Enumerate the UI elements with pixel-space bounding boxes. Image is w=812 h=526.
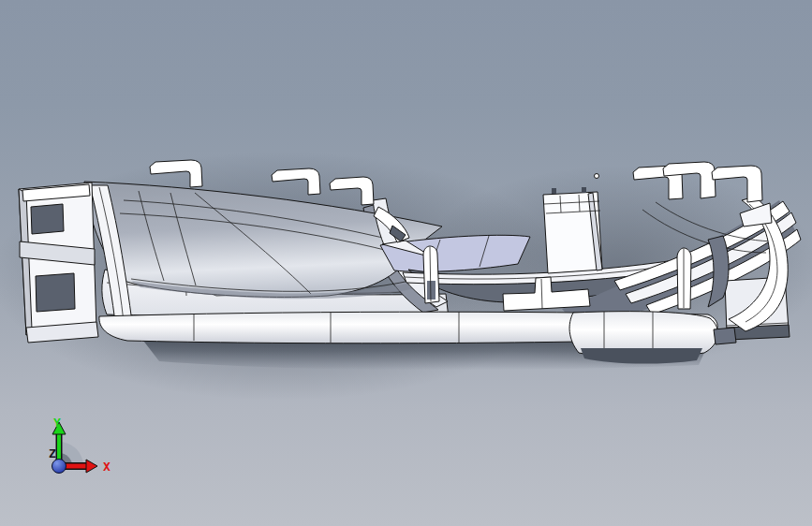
- mounting-hooks-right[interactable]: [633, 162, 762, 202]
- y-axis-label: Y: [53, 416, 61, 430]
- cad-model[interactable]: [19, 160, 801, 370]
- orientation-triad: Z Y X: [49, 416, 111, 474]
- z-axis-label: Z: [49, 446, 56, 460]
- x-axis-label: X: [103, 460, 111, 474]
- viewport-canvas[interactable]: Z Y X: [0, 0, 812, 526]
- sill-end-right[interactable]: [569, 312, 717, 364]
- z-axis-sphere: [52, 460, 66, 474]
- bracket-hole-lower: [36, 273, 75, 312]
- cad-viewport[interactable]: Z Y X: [0, 0, 812, 526]
- bracket-hole-upper: [31, 204, 64, 234]
- snap-pin-right[interactable]: [677, 248, 691, 309]
- left-end-bracket[interactable]: [19, 183, 98, 343]
- snap-pin-left[interactable]: [423, 246, 439, 303]
- tower-boss[interactable]: [543, 187, 602, 273]
